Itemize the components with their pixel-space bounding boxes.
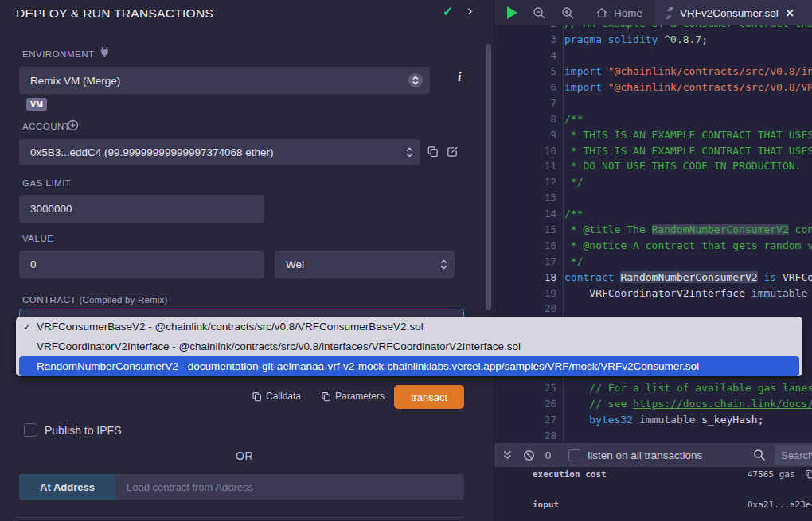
parameters-action[interactable]: Parameters	[321, 391, 385, 402]
account-value: 0x5B3...eddC4 (99.99999999999997374068 e…	[30, 146, 274, 158]
value-input[interactable]	[19, 251, 264, 278]
environment-select[interactable]: Remix VM (Merge)	[19, 67, 430, 94]
code-line[interactable]: 17 */	[494, 253, 812, 269]
terminal-row: input0xa21...a23e4	[494, 500, 812, 511]
code-line[interactable]: 16 * @notice A contract that gets random…	[494, 237, 812, 253]
contract-option-label: VRFConsumerBaseV2 - @chainlink/contracts…	[37, 321, 424, 332]
expand-terminal-chevrons-icon[interactable]	[502, 449, 513, 461]
code-line[interactable]: 8/**	[494, 111, 812, 126]
transact-button[interactable]: transact	[394, 385, 464, 409]
tab-home[interactable]: Home	[586, 0, 652, 25]
code-line[interactable]: 5import "@chainlink/contracts/src/v0.8/i…	[494, 64, 812, 80]
run-script-play-icon[interactable]	[507, 6, 517, 19]
terminal-output: execution cost47565 gasinput0xa21...a23e…	[494, 467, 812, 521]
publish-to-ipfs-checkbox[interactable]	[24, 423, 37, 437]
line-number: 15	[494, 224, 556, 235]
code-editor[interactable]: 2// An example of a consumer contract th…	[494, 16, 812, 443]
line-number: 5	[494, 65, 556, 77]
line-number: 20	[494, 302, 556, 314]
clear-console-ban-icon[interactable]	[523, 449, 535, 461]
collapse-panel-chevron-icon[interactable]: ›	[467, 2, 472, 19]
calldata-label: Calldata	[266, 391, 301, 402]
listen-all-transactions-checkbox[interactable]	[568, 449, 580, 461]
panel-scrollbar[interactable]	[486, 44, 491, 310]
code-line[interactable]: 7	[494, 95, 812, 111]
value-unit-select[interactable]: Wei	[275, 251, 455, 278]
gas-limit-input[interactable]	[19, 195, 264, 223]
pending-tx-count: 0	[545, 449, 551, 461]
code-line[interactable]: 10 * THIS IS AN EXAMPLE CONTRACT THAT US…	[494, 142, 812, 158]
line-number: 11	[494, 160, 556, 172]
code-line[interactable]: 15 * @title The RandomNumberConsumerV2 c…	[494, 222, 812, 238]
account-label: ACCOUNT	[22, 122, 70, 131]
contract-option[interactable]: RandomNumberConsumerV2 - documentation-g…	[19, 356, 799, 376]
code-text: * THIS IS AN EXAMPLE CONTRACT THAT USES …	[556, 129, 812, 141]
line-number: 27	[494, 414, 556, 426]
code-line[interactable]: 9 * THIS IS AN EXAMPLE CONTRACT THAT USE…	[494, 126, 812, 142]
account-select-arrows-icon	[405, 146, 414, 158]
code-line[interactable]: 4	[494, 48, 812, 64]
line-number: 3	[494, 33, 556, 45]
gutter-guide-line	[563, 25, 564, 443]
code-line[interactable]: 12 */	[494, 174, 812, 190]
code-text: * THIS IS AN EXAMPLE CONTRACT THAT USES …	[556, 145, 812, 157]
contract-label: CONTRACT (Compiled by Remix)	[22, 295, 168, 305]
code-line[interactable]: 13	[494, 190, 812, 206]
code-line[interactable]: 11 * DO NOT USE THIS CODE IN PRODUCTION.	[494, 158, 812, 174]
code-line[interactable]: 28	[494, 427, 812, 443]
close-tab-icon[interactable]: ✕	[786, 7, 794, 19]
environment-select-arrows-icon	[408, 73, 423, 87]
value-unit: Wei	[286, 259, 304, 270]
code-line[interactable]: 25 // For a list of available gas lanes …	[494, 379, 812, 395]
code-line[interactable]: 27 bytes32 immutable s_keyHash;	[494, 411, 812, 427]
zoom-in-icon[interactable]	[561, 6, 575, 20]
code-line[interactable]: 14/**	[494, 206, 812, 222]
add-account-plus-icon[interactable]	[67, 119, 79, 131]
zoom-out-icon[interactable]	[533, 6, 546, 20]
section-divider	[16, 517, 464, 518]
code-line[interactable]: 18contract RandomNumberConsumerV2 is VRF…	[494, 269, 812, 285]
line-number: 6	[494, 81, 556, 93]
at-address-input[interactable]	[115, 474, 464, 500]
copy-account-icon[interactable]	[427, 146, 439, 157]
line-number: 8	[494, 113, 556, 125]
terminal-row: execution cost47565 gas	[494, 469, 812, 480]
code-line[interactable]: 19 VRFCoordinatorV2Interface immutable C…	[494, 285, 812, 301]
line-number: 14	[494, 208, 556, 220]
calldata-action[interactable]: Calldata	[252, 391, 301, 402]
publish-to-ipfs-label: Publish to IPFS	[45, 424, 122, 437]
at-address-button[interactable]: At Address	[19, 474, 115, 500]
editor-pane: 2// An example of a consumer contract th…	[494, 0, 812, 521]
environment-info-icon[interactable]: i	[458, 70, 461, 84]
code-text: contract RandomNumberConsumerV2 is VRFCo…	[556, 271, 812, 283]
code-text: */	[556, 255, 583, 267]
code-text: * DO NOT USE THIS CODE IN PRODUCTION.	[556, 160, 801, 172]
compile-success-check-icon: ✓	[443, 4, 453, 19]
contract-option-label: RandomNumberConsumerV2 - documentation-g…	[37, 360, 699, 372]
account-select[interactable]: 0x5B3...eddC4 (99.99999999999997374068 e…	[19, 139, 420, 165]
copy-value-icon[interactable]	[805, 469, 812, 479]
terminal-key: execution cost	[533, 469, 607, 480]
home-icon	[595, 6, 608, 19]
tab-vrfv2consumer[interactable]: VRFv2Consumer.sol ✕	[655, 0, 812, 25]
contract-option[interactable]: VRFCoordinatorV2Interface - @chainlink/c…	[16, 336, 802, 356]
line-number: 9	[494, 129, 556, 141]
contract-option-label: VRFCoordinatorV2Interface - @chainlink/c…	[37, 340, 521, 352]
listen-all-transactions-label: listen on all transactions	[588, 449, 702, 461]
terminal-value: 47565 gas	[748, 469, 795, 480]
edit-account-pencil-icon[interactable]	[447, 146, 459, 157]
line-number: 10	[494, 145, 556, 157]
code-line[interactable]: 6import "@chainlink/contracts/src/v0.8/V…	[494, 80, 812, 95]
code-line[interactable]: 3pragma solidity ^0.8.7;	[494, 32, 812, 48]
line-number: 12	[494, 176, 556, 188]
solidity-file-icon	[665, 7, 674, 19]
contract-option[interactable]: ✓VRFConsumerBaseV2 - @chainlink/contract…	[16, 317, 802, 336]
code-line[interactable]: 20	[494, 301, 812, 317]
terminal-search-input[interactable]	[775, 445, 812, 465]
code-line[interactable]: 26 // see https://docs.chain.link/docs/v…	[494, 395, 812, 411]
line-number: 17	[494, 255, 556, 267]
deploy-run-panel: DEPLOY & RUN TRANSACTIONS ✓ › ENVIRONMEN…	[0, 0, 494, 521]
line-number: 4	[494, 49, 556, 61]
value-label: VALUE	[22, 234, 53, 243]
terminal-value: 0xa21...a23e4	[748, 500, 812, 510]
